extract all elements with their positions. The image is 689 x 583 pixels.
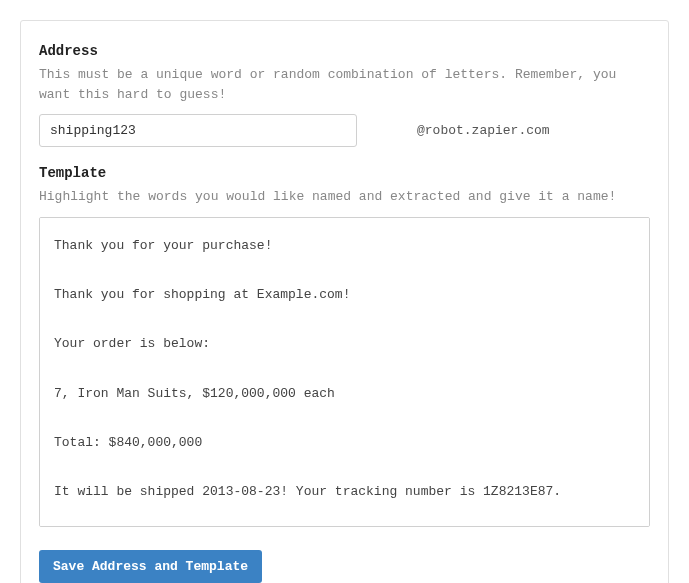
- address-description: This must be a unique word or random com…: [39, 65, 650, 104]
- template-title: Template: [39, 165, 650, 181]
- address-title: Address: [39, 43, 650, 59]
- template-textarea[interactable]: [39, 217, 650, 527]
- save-button[interactable]: Save Address and Template: [39, 550, 262, 583]
- config-panel: Address This must be a unique word or ra…: [20, 20, 669, 583]
- address-row: @robot.zapier.com: [39, 114, 650, 147]
- address-suffix: @robot.zapier.com: [417, 123, 550, 138]
- address-input[interactable]: [39, 114, 357, 147]
- template-description: Highlight the words you would like named…: [39, 187, 650, 207]
